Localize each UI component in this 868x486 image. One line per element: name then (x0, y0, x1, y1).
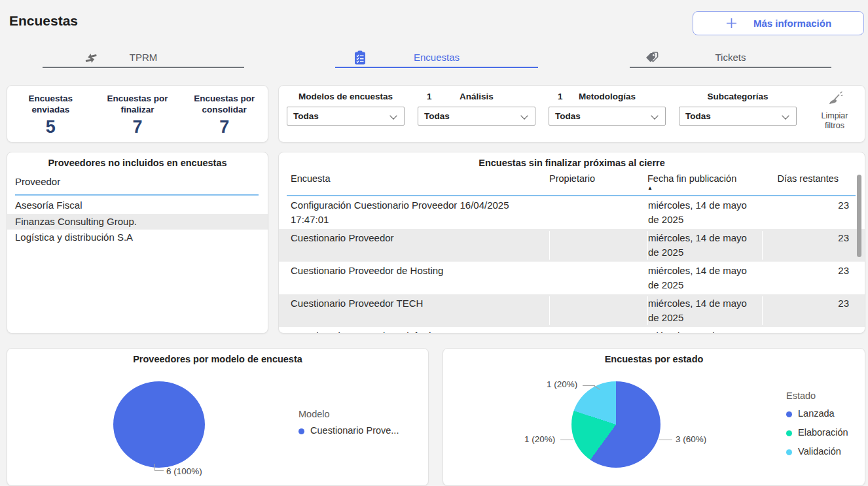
filter-analisis-dropdown[interactable]: Todas (418, 107, 535, 126)
tab-tickets[interactable]: Tickets (630, 48, 831, 68)
chevron-down-icon (782, 112, 789, 119)
filter-metodologias-dropdown[interactable]: Todas (549, 107, 666, 126)
filters-card: Modelos de encuestas Todas 1 Análisis To… (278, 85, 865, 143)
table-row[interactable]: Cuestionario Proveedor miércoles, 14 de … (279, 229, 865, 262)
pie-label-connector (659, 440, 672, 440)
pie-proveedores-por-modelo[interactable] (113, 381, 205, 468)
cell-fecha: miércoles, 14 de mayo de 2025 (647, 231, 762, 260)
chart-title: Encuestas por estado (443, 354, 865, 364)
table-row[interactable]: Finanzas Consulting Group. (7, 214, 268, 230)
dropdown-value: Todas (424, 111, 450, 121)
filter-modelos-de-encuestas: Modelos de encuestas Todas (287, 91, 405, 126)
cell-encuesta: Cuestionario Proveedor (291, 231, 549, 260)
header-underline (15, 194, 259, 196)
table-row[interactable]: Cuestionario Proveedor de Hosting miérco… (279, 262, 865, 294)
column-header-encuesta[interactable]: Encuesta (291, 173, 549, 191)
cell-dias: 23 (762, 198, 865, 227)
surveys-rows: Configuración Cuestionario Proveedor 16/… (279, 196, 865, 334)
kpi-encuestas-por-finalizar: Encuestas por finalizar 7 (94, 93, 181, 137)
cell-dias: 23 (762, 264, 865, 292)
cell-dias: 23 (762, 231, 865, 260)
page-title: Encuestas (9, 13, 78, 29)
cell-fecha: miércoles, 14 de mayo de 2025 (647, 329, 762, 334)
column-header-fecha-fin-publicacion[interactable]: Fecha fin publicación ▲ (647, 173, 762, 191)
cell-propietario (549, 198, 647, 227)
kpi-encuestas-por-consolidar: Encuestas por consolidar 7 (181, 93, 268, 137)
clear-filters-label: Limpiar filtros (810, 111, 859, 131)
table-row[interactable]: Configuración Cuestionario Proveedor 16/… (279, 196, 865, 229)
tab-tprm[interactable]: TPRM (43, 48, 244, 68)
filter-label: Modelos de encuestas (298, 92, 393, 101)
legend-item-lanzada[interactable]: Lanzada (786, 408, 835, 419)
filter-label: Subcategorías (707, 92, 768, 101)
dropdown-value: Todas (685, 111, 711, 121)
tab-encuestas[interactable]: Encuestas (335, 48, 538, 68)
plus-icon (725, 17, 738, 29)
cell-dias: 23 (762, 296, 865, 325)
chevron-down-icon (389, 112, 397, 119)
legend-dot-icon (786, 430, 792, 436)
filter-analisis: 1 Análisis Todas (418, 91, 535, 126)
filter-subcategorias: Subcategorías Todas (679, 91, 797, 126)
cell-fecha: miércoles, 14 de mayo de 2025 (647, 198, 762, 227)
surveys-table-header: Encuesta Propietario Fecha fin publicaci… (291, 173, 854, 191)
legend-dot-icon (298, 428, 304, 434)
cell-dias: 23 (762, 329, 865, 334)
kpi-label: Encuestas enviadas (7, 93, 94, 115)
column-header-proveedor[interactable]: Proveedor (15, 176, 60, 187)
more-info-button[interactable]: Más información (693, 11, 864, 35)
legend-item-cuestionario-proveedor[interactable]: Cuestionario Prove... (298, 425, 399, 436)
kpi-value: 7 (94, 117, 181, 137)
cell-encuesta: Cuestionario Proveedor de Hosting (291, 264, 549, 292)
chart-title: Proveedores por modelo de encuesta (7, 354, 428, 364)
kpi-label: Encuestas por consolidar (181, 93, 268, 115)
surveys-table-title: Encuestas sin finalizar próximas al cier… (279, 158, 865, 168)
kpi-value: 7 (181, 117, 268, 137)
clear-filters-button[interactable]: Limpiar filtros (810, 91, 859, 131)
more-info-label: Más información (753, 18, 831, 29)
legend-title: Modelo (298, 409, 330, 419)
pie-encuestas-por-estado[interactable] (571, 381, 660, 468)
cell-fecha: miércoles, 14 de mayo de 2025 (647, 264, 762, 292)
surveys-dashboard: Encuestas Más información TPRM Encuestas (0, 0, 868, 486)
table-row[interactable]: Cuestionario Proveedor TECH miércoles, 1… (279, 294, 865, 327)
table-row[interactable]: Logística y distribución S.A (7, 230, 268, 246)
providers-table-card: Proveedores no incluidos en encuestas Pr… (7, 152, 268, 334)
filter-label: Metodologías (579, 92, 636, 101)
tab-encuestas-label: Encuestas (335, 52, 538, 63)
column-header-propietario[interactable]: Propietario (549, 173, 647, 191)
kpi-card: Encuestas enviadas 5 Encuestas por final… (7, 85, 268, 143)
kpi-label: Encuestas por finalizar (94, 93, 181, 115)
chevron-down-icon (651, 112, 658, 119)
pie-slice-label-validacion: 1 (20%) (547, 379, 577, 389)
legend-dot-icon (786, 449, 792, 455)
cell-encuesta: Cuestionario Proveedor Telefonía (291, 329, 549, 334)
pie-slice-label: 6 (100%) (166, 466, 202, 476)
filter-badge: 1 (558, 91, 563, 103)
tab-tickets-label: Tickets (630, 52, 831, 63)
chevron-down-icon (520, 112, 528, 119)
legend-item-elaboracion[interactable]: Elaboración (786, 427, 848, 438)
pie-slice-label-elaboracion: 1 (20%) (524, 434, 555, 444)
pie-chart-card-proveedores-por-modelo: Proveedores por modelo de encuesta 6 (10… (7, 348, 429, 486)
filter-modelos-dropdown[interactable]: Todas (287, 107, 405, 126)
dropdown-value: Todas (555, 111, 581, 121)
pie-chart-card-encuestas-por-estado: Encuestas por estado 1 (20%) 1 (20%) 3 (… (443, 348, 865, 486)
surveys-table-card: Encuestas sin finalizar próximas al cier… (278, 152, 865, 334)
legend-title: Estado (786, 391, 816, 401)
filter-subcategorias-dropdown[interactable]: Todas (679, 107, 797, 126)
table-row[interactable]: Cuestionario Proveedor Telefonía miércol… (279, 327, 865, 334)
sort-ascending-icon: ▲ (647, 186, 762, 191)
cell-encuesta: Cuestionario Proveedor TECH (291, 296, 549, 325)
column-header-dias-restantes[interactable]: Días restantes (762, 173, 854, 191)
table-row[interactable]: Asesoría Fiscal (7, 198, 268, 214)
kpi-encuestas-enviadas: Encuestas enviadas 5 (7, 93, 94, 137)
legend-item-validacion[interactable]: Validación (786, 446, 841, 457)
kpi-value: 5 (7, 117, 94, 137)
legend-dot-icon (786, 411, 792, 417)
cell-propietario (549, 329, 647, 334)
cell-encuesta: Configuración Cuestionario Proveedor 16/… (291, 198, 549, 227)
table-scrollbar[interactable] (857, 175, 861, 257)
cell-propietario (549, 296, 647, 325)
providers-table-title: Proveedores no incluidos en encuestas (7, 158, 268, 168)
